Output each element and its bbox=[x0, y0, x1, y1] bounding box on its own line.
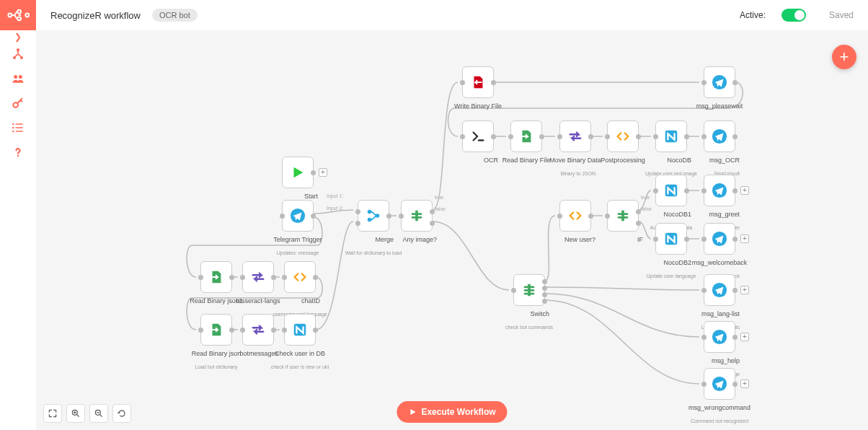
sidebar-item-templates[interactable] bbox=[0, 66, 36, 91]
add-output-wrongcmd[interactable]: + bbox=[740, 379, 749, 388]
node-postprocessing[interactable]: Postprocessing bbox=[603, 120, 643, 165]
node-chatid[interactable]: chatIDusername and language bbox=[280, 261, 320, 319]
add-output-langlist[interactable]: + bbox=[740, 286, 749, 294]
node-label: msg_help bbox=[712, 357, 740, 365]
zoom-out-button[interactable] bbox=[89, 404, 108, 423]
node-write_binary[interactable]: Write Binary File bbox=[458, 66, 498, 111]
svg-point-24 bbox=[8, 14, 12, 17]
node-label: Move Binary Data bbox=[549, 157, 601, 164]
node-msg_welcomeback[interactable]: msg_welcomebackWelcome back bbox=[699, 223, 740, 281]
merge-input2-label: Input 2: bbox=[327, 206, 343, 211]
node-start[interactable]: Start bbox=[278, 157, 318, 201]
play-icon bbox=[290, 164, 306, 180]
node-label: IF bbox=[637, 236, 643, 244]
telegram-icon bbox=[290, 208, 306, 224]
sidebar-item-workflows[interactable] bbox=[0, 42, 36, 66]
workflow-name[interactable]: RecognizeR workflow bbox=[50, 10, 141, 21]
brand-logo[interactable] bbox=[0, 0, 36, 30]
node-label: NocoDB bbox=[667, 157, 691, 164]
node-switch[interactable]: Switchcheck bot commands bbox=[509, 274, 549, 332]
node-label: chatID bbox=[301, 297, 320, 305]
left-rail: ❯ bbox=[0, 0, 36, 430]
telegram-icon bbox=[712, 231, 727, 247]
node-telegram_trigger[interactable]: Telegram TriggerUpdates: message bbox=[278, 200, 318, 258]
svg-point-26 bbox=[17, 17, 21, 20]
node-label: OCR bbox=[484, 157, 498, 164]
merge-icon bbox=[366, 208, 381, 224]
node-read_binary_file[interactable]: Read Binary File bbox=[506, 120, 546, 165]
play-icon bbox=[408, 408, 417, 416]
header: RecognizeR workflow OCR bot Active: Save… bbox=[36, 0, 868, 30]
node-ocr[interactable]: OCR bbox=[458, 120, 498, 165]
node-merge[interactable]: MergeWait for dictionary to load bbox=[353, 200, 394, 258]
add-output-welcomeback[interactable]: + bbox=[740, 234, 749, 243]
telegram-icon bbox=[712, 282, 727, 298]
node-any_image[interactable]: Any image? bbox=[397, 200, 437, 245]
svg-point-27 bbox=[25, 14, 29, 17]
node-tesseract_langs[interactable]: tesseract-langs bbox=[238, 261, 278, 306]
telegram-icon bbox=[712, 329, 727, 345]
code-icon bbox=[615, 128, 631, 144]
if2-true-label: true bbox=[641, 195, 650, 200]
sidebar-item-executions[interactable] bbox=[0, 115, 36, 140]
sidebar-item-credentials[interactable] bbox=[0, 91, 36, 115]
add-output-help[interactable]: + bbox=[740, 333, 749, 341]
node-read_bin_json1[interactable]: Read Binary json1 bbox=[196, 261, 236, 306]
node-label: msg_greet bbox=[709, 211, 740, 219]
telegram-icon bbox=[712, 74, 727, 90]
code-icon bbox=[292, 269, 308, 285]
node-botmessages[interactable]: botmessages bbox=[238, 314, 278, 359]
node-read_bin_json[interactable]: Read Binary jsonLoad bot dictionary bbox=[196, 314, 236, 372]
if-true-label: true bbox=[435, 195, 443, 200]
node-nocodb2[interactable]: NocoDB2Update user language bbox=[651, 223, 691, 281]
node-msg_wrongcommand[interactable]: msg_wrongcommandCommand not recognized bbox=[699, 368, 740, 426]
node-nocodb[interactable]: NocoDBUpdate user last image bbox=[651, 120, 691, 178]
add-node-button[interactable]: + bbox=[832, 45, 856, 69]
nocodb-icon bbox=[292, 322, 308, 338]
telegram-icon bbox=[712, 183, 727, 198]
nocodb-icon bbox=[663, 128, 679, 144]
code-icon bbox=[567, 208, 583, 224]
rail-expand-icon[interactable]: ❯ bbox=[4, 32, 32, 42]
add-output-start[interactable]: + bbox=[319, 168, 327, 177]
writefile-icon bbox=[470, 74, 486, 90]
swap-icon bbox=[567, 128, 583, 144]
node-label: msg_OCR bbox=[709, 157, 740, 164]
node-label: msg_pleasewait bbox=[696, 102, 743, 110]
node-label: msg_lang-list bbox=[701, 310, 740, 318]
zoom-reset-button[interactable] bbox=[112, 404, 131, 423]
node-label: Read Binary json1 bbox=[190, 297, 243, 305]
node-check_user[interactable]: Check user in DBcheck if user is new or … bbox=[280, 314, 320, 372]
node-sublabel: Command not recognized bbox=[691, 418, 748, 424]
zoom-fit-button[interactable] bbox=[43, 404, 62, 423]
node-new_user[interactable]: New user? bbox=[555, 200, 595, 245]
execute-label: Execute Workflow bbox=[421, 407, 495, 417]
node-msg_ocr[interactable]: msg_OCRSend result bbox=[699, 120, 740, 178]
node-sublabel: check bot commands bbox=[505, 325, 553, 330]
switch-icon bbox=[521, 282, 537, 298]
readfile-icon bbox=[208, 269, 224, 285]
swap-icon bbox=[250, 322, 266, 338]
node-label: Merge bbox=[375, 236, 394, 244]
workflow-canvas[interactable]: Input 1: Input 2: true false true false … bbox=[36, 30, 868, 430]
node-label: botmessages bbox=[239, 350, 278, 358]
workflow-tag[interactable]: OCR bot bbox=[152, 9, 198, 22]
active-toggle[interactable] bbox=[781, 9, 806, 22]
node-if[interactable]: IF bbox=[603, 200, 643, 245]
node-label: Read Binary json bbox=[192, 350, 242, 358]
node-label: tesseract-langs bbox=[236, 297, 280, 305]
zoom-in-button[interactable] bbox=[66, 404, 85, 423]
node-sublabel: Load bot dictionary bbox=[195, 364, 237, 370]
node-msg_pleasewait[interactable]: msg_pleasewait bbox=[699, 66, 740, 111]
node-label: Telegram Trigger bbox=[273, 236, 322, 244]
node-label: msg_welcomeback bbox=[692, 259, 748, 267]
node-label: Write Binary File bbox=[454, 102, 502, 110]
sidebar-item-help[interactable] bbox=[0, 140, 36, 164]
execute-workflow-button[interactable]: Execute Workflow bbox=[397, 401, 507, 423]
readfile-icon bbox=[518, 128, 534, 144]
node-move_binary[interactable]: Move Binary DataBinary to JSON bbox=[555, 120, 595, 178]
add-output-greet[interactable]: + bbox=[740, 186, 749, 195]
if-icon bbox=[409, 208, 425, 224]
readfile-icon bbox=[208, 322, 224, 338]
active-label: Active: bbox=[740, 10, 766, 20]
